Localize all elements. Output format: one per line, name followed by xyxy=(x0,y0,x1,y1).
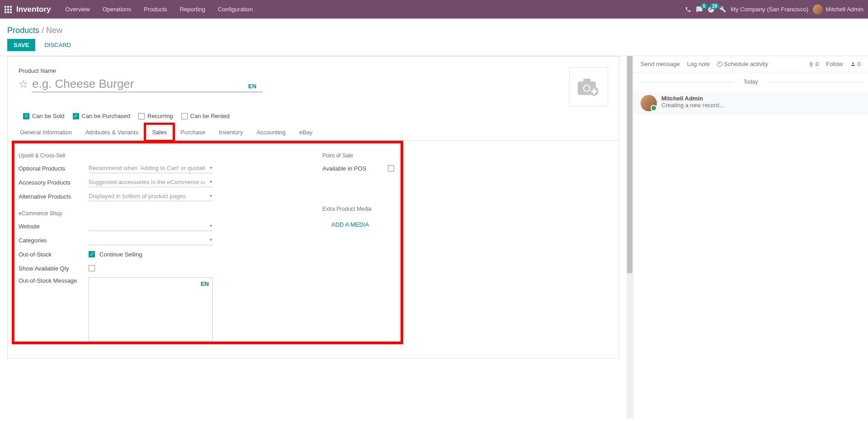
website-input[interactable] xyxy=(89,221,213,231)
check-can-be-rented[interactable]: Can be Rented xyxy=(181,113,230,119)
message-avatar-icon xyxy=(641,95,657,111)
svg-rect-3 xyxy=(5,9,6,10)
svg-rect-8 xyxy=(10,11,12,13)
checkbox-icon xyxy=(181,113,188,119)
chat-message: Mitchell Admin Creating a new record... xyxy=(633,91,868,115)
section-pos: Point of Sale xyxy=(322,152,608,159)
app-brand[interactable]: Inventory xyxy=(16,5,51,14)
menu-operations[interactable]: Operations xyxy=(96,1,138,17)
chatter-topbar: Send message Log note Schedule activity … xyxy=(633,56,868,72)
follow-button[interactable]: Follow xyxy=(826,61,843,67)
svg-rect-15 xyxy=(591,90,597,92)
alternative-products-input[interactable] xyxy=(89,191,213,201)
tab-ebay[interactable]: eBay xyxy=(292,124,320,140)
clock-icon xyxy=(717,62,722,67)
top-navbar: Inventory Overview Operations Products R… xyxy=(0,0,868,19)
label-out-of-stock: Out-of-Stock xyxy=(19,251,89,258)
tab-purchase[interactable]: Purchase xyxy=(174,124,212,140)
log-note-button[interactable]: Log note xyxy=(687,61,710,67)
breadcrumb: Products / New xyxy=(7,26,861,35)
tab-attributes-variants[interactable]: Attributes & Variants xyxy=(79,124,146,140)
tab-inventory[interactable]: Inventory xyxy=(212,124,250,140)
categories-input[interactable] xyxy=(89,235,213,245)
svg-point-12 xyxy=(584,85,590,91)
user-menu[interactable]: Mitchell Admin xyxy=(813,5,863,14)
menu-products[interactable]: Products xyxy=(137,1,173,17)
checkbox-icon xyxy=(73,113,79,119)
message-author: Mitchell Admin xyxy=(661,95,724,102)
section-extra-media: Extra Product Media xyxy=(322,206,608,212)
section-upsell: Upsell & Cross-Sell xyxy=(19,152,304,159)
main-menu: Overview Operations Products Reporting C… xyxy=(59,1,259,17)
scrollbar-thumb[interactable] xyxy=(627,56,632,273)
menu-configuration[interactable]: Configuration xyxy=(212,1,259,17)
control-panel: Products / New SAVE DISCARD xyxy=(0,19,868,51)
svg-rect-10 xyxy=(583,79,590,82)
menu-overview[interactable]: Overview xyxy=(59,1,96,17)
label-available-pos: Available in POS xyxy=(322,165,388,172)
tab-accounting[interactable]: Accounting xyxy=(250,124,292,140)
phone-icon[interactable] xyxy=(685,6,691,13)
show-qty-checkbox[interactable] xyxy=(89,265,95,271)
sales-tab-content: Upsell & Cross-Sell Optional Products ▾ … xyxy=(19,141,608,358)
user-name: Mitchell Admin xyxy=(826,6,863,13)
discard-button[interactable]: DISCARD xyxy=(40,39,75,51)
form-area: Product Name ☆ EN Can be Sold Can be Pur… xyxy=(0,56,627,419)
continue-selling-checkbox[interactable] xyxy=(89,251,95,257)
label-show-available-qty: Show Available Qty xyxy=(19,265,89,272)
add-media-button[interactable]: ADD A MEDIA xyxy=(322,217,369,228)
product-type-checks: Can be Sold Can be Purchased Recurring C… xyxy=(23,113,608,119)
svg-rect-4 xyxy=(7,9,9,10)
save-button[interactable]: SAVE xyxy=(7,39,35,51)
label-accessory-products: Accessory Products xyxy=(19,179,89,186)
company-selector[interactable]: My Company (San Francisco) xyxy=(731,6,808,13)
product-name-input[interactable] xyxy=(32,76,263,92)
check-can-be-sold[interactable]: Can be Sold xyxy=(23,113,65,119)
chatter-body: Today Mitchell Admin Creating a new reco… xyxy=(633,72,868,419)
form-sheet: Product Name ☆ EN Can be Sold Can be Pur… xyxy=(7,56,619,359)
svg-rect-7 xyxy=(7,11,9,13)
send-message-button[interactable]: Send message xyxy=(641,61,680,67)
message-body: Creating a new record... xyxy=(661,102,724,109)
svg-rect-6 xyxy=(5,11,6,13)
label-oos-message: Out-of-Stock Message xyxy=(19,277,89,284)
schedule-activity-button[interactable]: Schedule activity xyxy=(717,61,768,67)
apps-menu-icon[interactable] xyxy=(5,6,12,13)
tab-sales[interactable]: Sales xyxy=(145,124,174,141)
label-website: Website xyxy=(19,223,89,230)
product-image-placeholder[interactable] xyxy=(569,67,608,106)
accessory-products-input[interactable] xyxy=(89,177,213,187)
tab-general-information[interactable]: General Information xyxy=(13,124,79,140)
menu-reporting[interactable]: Reporting xyxy=(174,1,212,17)
check-can-be-purchased[interactable]: Can be Purchased xyxy=(73,113,131,119)
checkbox-icon xyxy=(138,113,145,119)
svg-rect-1 xyxy=(7,6,9,8)
user-avatar-icon xyxy=(813,5,823,14)
activities-badge: 28 xyxy=(710,3,719,9)
form-tabs: General Information Attributes & Variant… xyxy=(8,124,619,141)
breadcrumb-products[interactable]: Products xyxy=(7,26,39,35)
section-ecommerce: eCommerce Shop xyxy=(19,210,304,217)
svg-rect-5 xyxy=(10,9,12,10)
oos-lang-toggle[interactable]: EN xyxy=(201,280,209,287)
form-scrollbar[interactable] xyxy=(627,56,633,419)
oos-message-input[interactable]: EN xyxy=(89,277,213,341)
available-pos-checkbox[interactable] xyxy=(388,165,394,171)
continue-selling-label: Continue Selling xyxy=(99,251,142,258)
messages-badge: 5 xyxy=(701,3,708,9)
attachments-button[interactable]: 0 xyxy=(808,61,819,67)
followers-button[interactable]: 0 xyxy=(850,61,861,67)
favorite-star-icon[interactable]: ☆ xyxy=(19,78,28,90)
product-name-label: Product Name xyxy=(19,67,569,74)
label-optional-products: Optional Products xyxy=(19,165,89,172)
messages-icon[interactable]: 5 xyxy=(696,6,703,13)
activities-icon[interactable]: 28 xyxy=(708,6,715,13)
label-alternative-products: Alternative Products xyxy=(19,193,89,200)
lang-toggle[interactable]: EN xyxy=(248,83,256,90)
debug-icon[interactable] xyxy=(719,6,726,13)
optional-products-input[interactable] xyxy=(89,163,213,173)
svg-rect-0 xyxy=(5,6,6,8)
main-layout: Product Name ☆ EN Can be Sold Can be Pur… xyxy=(0,56,868,419)
chatter-panel: Send message Log note Schedule activity … xyxy=(633,56,868,419)
check-recurring[interactable]: Recurring xyxy=(138,113,173,119)
